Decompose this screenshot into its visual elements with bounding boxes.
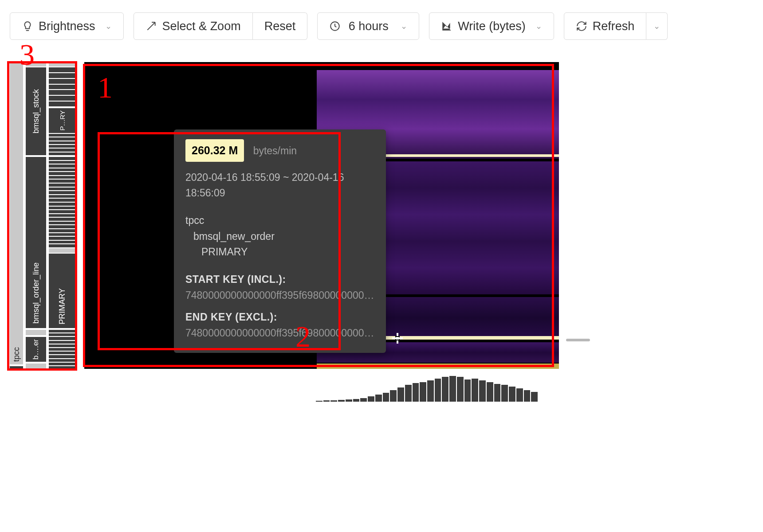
hist-bar: [457, 377, 464, 402]
main-area: tpcc bmsql_stock bmsql_order_line b….er: [10, 62, 763, 532]
axis-db-label: tpcc: [12, 347, 21, 362]
hist-bar: [435, 379, 441, 402]
axis-table-top-label: bmsql_stock: [31, 89, 41, 133]
tooltip-startkey-label: START KEY (INCL.):: [185, 272, 374, 288]
chevron-down-icon: ⌄: [653, 21, 660, 31]
axis-idx-stripes-c: [49, 157, 75, 247]
axis-db-segment[interactable]: tpcc: [10, 62, 23, 364]
vertical-scroll-thumb[interactable]: [566, 339, 590, 341]
heatmap[interactable]: 260.32 M bytes/min 2020-04-16 18:55:09 ~…: [84, 62, 559, 369]
axis-idx-cap: [49, 62, 75, 66]
hist-bar: [531, 392, 538, 402]
select-zoom-button[interactable]: Select & Zoom: [134, 12, 253, 40]
axis-table-gap2: [26, 364, 46, 369]
tooltip-time-range: 2020-04-16 18:55:09 ~ 2020-04-16 18:56:0…: [185, 170, 374, 201]
axis-table-mid[interactable]: bmsql_order_line: [26, 157, 46, 328]
hist-bar: [464, 379, 471, 402]
hist-bar: [509, 387, 515, 402]
hist-bar: [383, 393, 389, 402]
axis-idx-stripes-b: [49, 134, 75, 155]
axis-idx-top[interactable]: P…RY: [49, 108, 75, 133]
tooltip-endkey-value: 7480000000000000ff395f698000000000f…: [185, 325, 374, 341]
expand-icon: [146, 20, 157, 32]
tooltip-path-db: tpcc: [185, 213, 374, 229]
hist-bar: [487, 382, 493, 402]
axis-idx-stripes-a: [49, 67, 75, 106]
hist-bar: [323, 400, 330, 402]
zoom-group: Select & Zoom Reset: [134, 12, 308, 40]
refresh-interval-dropdown[interactable]: ⌄: [646, 12, 668, 40]
tooltip-startkey-value: 7480000000000000ff395f698000000000f…: [185, 288, 374, 304]
axis-table-gap1: [26, 330, 46, 335]
hist-bar: [472, 379, 478, 402]
time-range-dropdown[interactable]: 6 hours ⌄: [317, 12, 419, 40]
axis-idx-mid[interactable]: PRIMARY: [49, 254, 75, 328]
axis-idx-gap: [49, 248, 75, 253]
hist-bar: [449, 376, 456, 402]
hist-bar: [427, 380, 434, 402]
hist-bar: [390, 390, 397, 402]
key-axis: tpcc bmsql_stock bmsql_order_line b….er: [10, 62, 76, 369]
hist-bar: [501, 385, 508, 402]
tooltip-path-index: PRIMARY: [185, 244, 374, 260]
refresh-label: Refresh: [593, 20, 635, 33]
tooltip-path-table: bmsql_new_order: [185, 229, 374, 245]
hist-bar: [346, 399, 352, 402]
hist-bar: [338, 400, 345, 402]
axis-table-bot[interactable]: b….er: [26, 337, 46, 362]
axis-idx-top-label: P…RY: [59, 110, 66, 131]
clock-icon: [329, 20, 341, 32]
hist-bar: [316, 401, 323, 402]
tooltip-unit: bytes/min: [253, 145, 297, 156]
chevron-down-icon: ⌄: [401, 21, 407, 31]
hist-bar: [479, 380, 486, 402]
axis-db-end: [10, 366, 23, 369]
brightness-label: Brightness: [39, 20, 95, 33]
reset-label: Reset: [264, 20, 296, 33]
hist-bar: [353, 399, 360, 402]
hist-bar: [420, 382, 426, 402]
axis-table-mid-label: bmsql_order_line: [31, 262, 41, 324]
axis-index-column: P…RY PRIMARY: [49, 62, 75, 369]
hist-bar: [368, 396, 374, 402]
hist-bar: [442, 377, 448, 402]
hist-bar: [516, 388, 523, 402]
hist-bar: [360, 398, 367, 402]
metric-label: Write (bytes): [458, 20, 526, 33]
chevron-down-icon: ⌄: [535, 21, 542, 31]
metric-dropdown[interactable]: Write (bytes) ⌄: [429, 12, 554, 40]
hist-bar: [397, 387, 404, 402]
brightness-dropdown[interactable]: Brightness ⌄: [10, 12, 124, 40]
axis-table-column: bmsql_stock bmsql_order_line b….er: [26, 62, 46, 369]
tooltip-value: 260.32 M: [185, 139, 244, 162]
refresh-button[interactable]: Refresh: [564, 12, 647, 40]
hist-bar: [524, 390, 531, 402]
axis-idx-stripes-d: [49, 330, 75, 369]
hist-bar: [405, 385, 412, 402]
axis-idx-mid-label: PRIMARY: [58, 288, 67, 325]
hist-bar: [375, 395, 382, 402]
bulb-icon: [22, 20, 33, 32]
toolbar: Brightness ⌄ Select & Zoom Reset 6 hours…: [0, 0, 763, 49]
refresh-icon: [576, 20, 587, 32]
area-chart-icon: [441, 20, 452, 32]
time-histogram[interactable]: [316, 375, 538, 402]
bucket-tooltip: 260.32 M bytes/min 2020-04-16 18:55:09 ~…: [174, 129, 386, 353]
reset-button[interactable]: Reset: [253, 12, 308, 40]
chevron-down-icon: ⌄: [105, 21, 112, 31]
select-zoom-label: Select & Zoom: [162, 20, 241, 33]
axis-table-bot-label: b….er: [31, 339, 40, 360]
hist-bar: [330, 400, 337, 402]
hist-bar: [413, 383, 419, 402]
tooltip-endkey-label: END KEY (EXCL.):: [185, 309, 374, 325]
axis-db-column: tpcc: [10, 62, 23, 369]
refresh-group: Refresh ⌄: [564, 12, 668, 40]
tooltip-path: tpcc bmsql_new_order PRIMARY: [185, 213, 374, 260]
axis-table-top[interactable]: bmsql_stock: [26, 67, 46, 155]
axis-table-cap: [26, 62, 46, 66]
hist-bar: [494, 384, 501, 402]
time-range-label: 6 hours: [349, 20, 389, 33]
